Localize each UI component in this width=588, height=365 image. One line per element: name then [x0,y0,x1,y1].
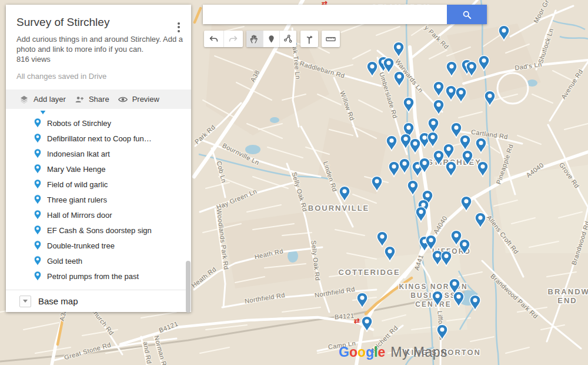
person-add-icon [74,94,85,105]
base-map-expander[interactable] [19,296,31,307]
add-directions-button[interactable] [300,31,318,47]
redo-button[interactable] [224,31,243,47]
layer-pin-icon [34,148,42,159]
eye-icon [118,94,128,105]
layer-pin-icon [34,271,42,281]
hand-icon [249,34,260,45]
layers-icon [19,94,29,105]
add-layer-label: Add layer [34,95,66,104]
list-item[interactable]: Robots of Stirchley [6,115,191,131]
search-bar [203,5,487,24]
ruler-icon [325,34,336,45]
panel-menu-button[interactable] [174,21,183,34]
rail-station-icon: ⇄ [354,317,360,325]
panel-scrollbar[interactable] [186,261,191,313]
list-item-partial[interactable] [39,111,47,115]
layer-pin-icon [34,210,42,220]
place-label: CENTRE [415,300,451,308]
directions-group [300,31,318,47]
draw-line-icon [283,34,294,45]
layer-pin-icon [34,164,42,174]
layer-pin-icon [34,240,42,251]
base-map-row: Base map [6,290,191,312]
list-item-label: EF Cash & Sons doorstep sign [47,226,152,235]
preview-button[interactable]: Preview [118,94,159,105]
list-item[interactable]: Gold teeth [6,253,191,268]
directions-icon [304,34,315,45]
list-item[interactable]: Hall of Mirrors door [6,207,191,223]
search-icon [461,9,473,21]
layer-pin-icon [34,225,42,235]
map-description: Add curious things in and around Stirchl… [16,34,185,54]
measure-button[interactable] [322,31,340,47]
list-item[interactable]: Three giant rulers [6,192,191,207]
list-item[interactable]: Indonesian Ikat art [6,146,191,161]
layer-pin-icon [34,179,42,190]
list-item[interactable]: Double-trunked tree [6,238,191,253]
map-attribution: Google My Maps [339,344,447,360]
save-status: All changes saved in Drive [16,72,181,81]
layer-pin-icon [34,256,42,266]
road-label: B4121 [334,312,355,320]
list-item[interactable]: EF Cash & Sons doorstep sign [6,223,191,238]
google-logo[interactable]: Google [339,344,385,360]
panel-action-bar: Add layer Share Preview [6,89,191,109]
list-item-label: Indonesian Ikat art [47,150,110,158]
draw-line-button[interactable] [280,31,296,47]
place-label: COTTERIDGE [338,268,400,277]
view-count: 816 views [16,54,181,64]
share-button[interactable]: Share [74,94,109,105]
list-item[interactable]: Field of wild garlic [6,177,191,192]
layer-pin-icon [34,133,42,144]
pan-hand-button[interactable] [246,31,263,47]
layer-pin-icon [39,111,47,115]
measure-group [322,31,340,47]
map-title: Survey of Stirchley [16,16,181,29]
list-item-label: Mary Vale Henge [47,165,105,174]
list-item-label: Defibrillator next to Coop fun… [47,134,152,143]
list-item-label: Gold teeth [47,257,82,266]
list-item-label: Petrol pumps from the past [47,272,139,281]
search-button[interactable] [447,5,487,24]
list-item-label: Three giant rulers [47,195,107,204]
undo-button[interactable] [204,31,223,47]
redo-icon [228,34,239,45]
place-label: BRANDWOOD [548,287,588,296]
add-layer-button[interactable]: Add layer [19,94,66,105]
share-label: Share [89,95,109,104]
layers-panel: Survey of Stirchley Add curious things i… [6,5,191,312]
list-item[interactable]: Petrol pumps from the past [6,268,191,284]
list-item[interactable]: Defibrillator next to Coop fun… [6,131,191,146]
preview-label: Preview [132,95,159,104]
layer-pin-icon [34,118,42,128]
search-input[interactable] [203,5,447,24]
marker-icon [266,34,277,45]
chevron-down-icon [23,300,28,303]
my-maps-logo: My Maps [390,344,447,360]
draw-tools-group [246,31,296,47]
base-map-label[interactable]: Base map [38,296,78,306]
place-label: BOURNVILLE [308,204,370,213]
layers-list: Robots of StirchleyDefibrillator next to… [6,111,191,284]
add-marker-button[interactable] [263,31,280,47]
undo-icon [208,34,219,45]
list-item-label: Robots of Stirchley [47,119,111,128]
list-item-label: Hall of Mirrors door [47,211,112,220]
list-item-label: Double-trunked tree [47,241,115,250]
list-item[interactable]: Mary Vale Henge [6,161,191,177]
layer-pin-icon [34,194,42,205]
place-label: END [557,296,577,305]
list-item-label: Field of wild garlic [47,180,108,189]
undo-redo-group [204,31,243,47]
